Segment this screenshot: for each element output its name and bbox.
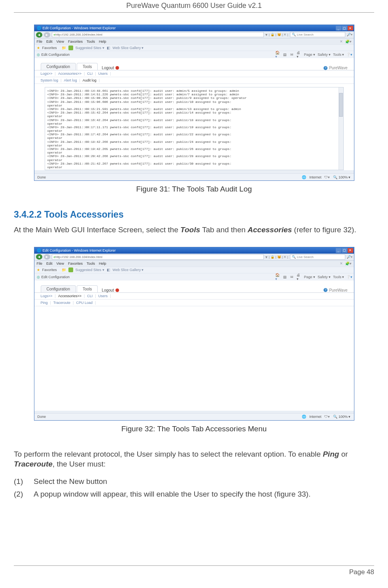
home-icon[interactable]: 🏠▾ xyxy=(275,275,280,279)
internet-zone-icon: 🌐 xyxy=(302,415,306,419)
sugg-sites[interactable]: Suggested Sites ▾ xyxy=(76,268,104,272)
sub-cpuload[interactable]: CPU Load xyxy=(76,301,93,305)
forward-icon[interactable]: ► xyxy=(44,32,50,38)
logout-link[interactable]: Logout xyxy=(102,288,119,292)
favorites-label[interactable]: Favorites xyxy=(42,268,57,272)
ie-menu-row: File Edit View Favorites Tools Help ✕🧩▾ xyxy=(34,38,354,45)
brand-logo: ?PureWave xyxy=(324,288,347,292)
sugg-sites[interactable]: Suggested Sites ▾ xyxy=(76,46,104,50)
web-slice-icon[interactable]: ◧ xyxy=(107,46,110,50)
web-slice-icon[interactable]: ◧ xyxy=(107,268,110,272)
feeds-icon[interactable]: ▤ xyxy=(282,275,287,279)
app-tab-tools[interactable]: Tools xyxy=(77,285,98,292)
menu-tools[interactable]: Tools xyxy=(87,262,95,266)
help-icon[interactable]: ❔▾ xyxy=(347,275,352,279)
menu-view[interactable]: View xyxy=(57,40,64,44)
search-box[interactable]: 🔍Live Search xyxy=(290,254,345,260)
address-bar[interactable]: e http://192.168.200.104/index.html xyxy=(52,254,264,260)
home-icon[interactable]: 🏠▾ xyxy=(275,52,280,57)
safety-menu[interactable]: Safety ▾ xyxy=(318,275,331,279)
forward-icon[interactable]: ► xyxy=(44,254,50,260)
minimize-icon[interactable]: _ xyxy=(336,248,341,253)
app-tab-config[interactable]: Configuration xyxy=(41,63,76,70)
tools-menu[interactable]: Tools ▾ xyxy=(333,275,344,279)
menu-file[interactable]: File xyxy=(37,40,43,44)
sub-cli[interactable]: CLI xyxy=(87,294,93,298)
sub-alertlog[interactable]: Alert log xyxy=(64,78,77,82)
print-icon[interactable]: 🖨▾ xyxy=(297,52,301,57)
menu-close-icon[interactable]: ✕ xyxy=(340,40,343,44)
help-icon[interactable]: ❔▾ xyxy=(347,52,352,57)
menu-edit[interactable]: Edit xyxy=(46,262,53,266)
sugg-sites-icon[interactable] xyxy=(68,267,73,272)
feeds-icon[interactable]: ▤ xyxy=(282,52,287,57)
zoom-label[interactable]: 🔍 100% ▾ xyxy=(333,175,350,179)
menu-favorites[interactable]: Favorites xyxy=(68,262,83,266)
menu-file[interactable]: File xyxy=(37,262,43,266)
compat-icon[interactable]: 🧩▾ xyxy=(345,262,352,266)
address-bar[interactable]: e http://192.168.200.104/index.html xyxy=(52,32,264,37)
tools-menu[interactable]: Tools ▾ xyxy=(333,53,344,57)
app-tab-config[interactable]: Configuration xyxy=(41,285,76,292)
favorites-star-icon[interactable]: ★ xyxy=(37,268,40,272)
menu-favorites[interactable]: Favorites xyxy=(68,40,83,44)
protected-mode-icon: 🛡▾ xyxy=(324,175,330,179)
menu-tools[interactable]: Tools xyxy=(87,40,95,44)
page-menu[interactable]: Page ▾ xyxy=(304,53,315,57)
sub-traceroute[interactable]: Traceroute xyxy=(53,301,70,305)
ie-titlebar: 🌐Edit Configuration - Windows Internet E… xyxy=(34,25,354,31)
scrollbar-thumb[interactable] xyxy=(339,93,343,117)
mail-icon[interactable]: ✉ xyxy=(290,275,294,279)
menu-edit[interactable]: Edit xyxy=(46,40,53,44)
web-slice[interactable]: Web Slice Gallery ▾ xyxy=(113,268,144,272)
sub-logs[interactable]: Logs>> xyxy=(41,72,53,76)
maximize-icon[interactable]: ▢ xyxy=(342,248,347,253)
favorites-star-icon[interactable]: ★ xyxy=(37,46,40,50)
scrollbar-track[interactable] xyxy=(339,87,343,170)
log-line: <INFO> 28-Jan-2011::09:16:42.264 pwnets-… xyxy=(47,118,341,122)
figure-32-screenshot: 🌐Edit Configuration - Windows Internet E… xyxy=(14,247,374,421)
minimize-icon[interactable]: _ xyxy=(336,26,341,30)
close-icon[interactable]: ✕ xyxy=(348,248,353,253)
sub-users[interactable]: Users xyxy=(98,294,108,298)
sub-syslog[interactable]: System log xyxy=(41,78,59,82)
back-icon[interactable]: ◄ xyxy=(36,254,42,260)
sub-accessories[interactable]: Accessories>> xyxy=(58,72,81,76)
print-icon[interactable]: 🖨▾ xyxy=(297,275,301,279)
ie-tab-row: ◎Edit Configuration 🏠▾ ▤ ✉ 🖨▾ Page ▾ Saf… xyxy=(34,51,354,58)
favorites-label[interactable]: Favorites xyxy=(42,46,57,50)
sub-accessories[interactable]: Accessories>> xyxy=(58,294,81,298)
step-1: (1) Select the New button xyxy=(14,477,374,486)
sub-cli[interactable]: CLI xyxy=(87,72,93,76)
menu-close-icon[interactable]: ✕ xyxy=(340,262,343,266)
log-line: <INFO> 28-Jan-2011::09:17:42.264 pwnets-… xyxy=(47,133,341,136)
sub-logs[interactable]: Logs>> xyxy=(41,294,53,298)
zoom-label[interactable]: 🔍 100% ▾ xyxy=(333,415,350,419)
menu-help[interactable]: Help xyxy=(99,262,106,266)
sub-auditlog[interactable]: Audit log xyxy=(83,78,97,82)
maximize-icon[interactable]: ▢ xyxy=(342,26,347,30)
sub-ping[interactable]: Ping xyxy=(41,301,48,305)
app-tab-tools[interactable]: Tools xyxy=(77,63,98,70)
ie-titlebar: 🌐Edit Configuration - Windows Internet E… xyxy=(34,247,354,254)
close-icon[interactable]: ✕ xyxy=(348,26,353,30)
safety-menu[interactable]: Safety ▾ xyxy=(318,53,331,57)
log-line: <INFO> 28-Jan-2011::09:15:21.591 pwnets-… xyxy=(47,107,341,111)
para-2: To perform the relevant protocol, the Us… xyxy=(14,449,374,469)
log-line: <INFO> 28-Jan-2011::09:14:48.661 pwnets-… xyxy=(47,89,341,93)
compat-icon[interactable]: 🧩▾ xyxy=(345,40,352,44)
page-menu[interactable]: Page ▾ xyxy=(304,275,315,279)
logout-link[interactable]: Logout xyxy=(102,66,119,70)
web-slice[interactable]: Web Slice Gallery ▾ xyxy=(113,46,144,50)
status-done: Done xyxy=(38,175,46,179)
browser-tab[interactable]: ◎Edit Configuration xyxy=(37,53,70,57)
log-line: <INFO> 28-Jan-2011::09:14:51.226 pwnets-… xyxy=(47,93,341,96)
sub-users[interactable]: Users xyxy=(98,72,108,76)
sugg-sites-icon[interactable] xyxy=(68,46,73,50)
search-box[interactable]: 🔍Live Search xyxy=(290,32,345,37)
mail-icon[interactable]: ✉ xyxy=(290,52,294,57)
menu-help[interactable]: Help xyxy=(99,40,106,44)
back-icon[interactable]: ◄ xyxy=(36,32,42,38)
menu-view[interactable]: View xyxy=(57,262,64,266)
browser-tab[interactable]: ◎Edit Configuration xyxy=(37,275,70,279)
